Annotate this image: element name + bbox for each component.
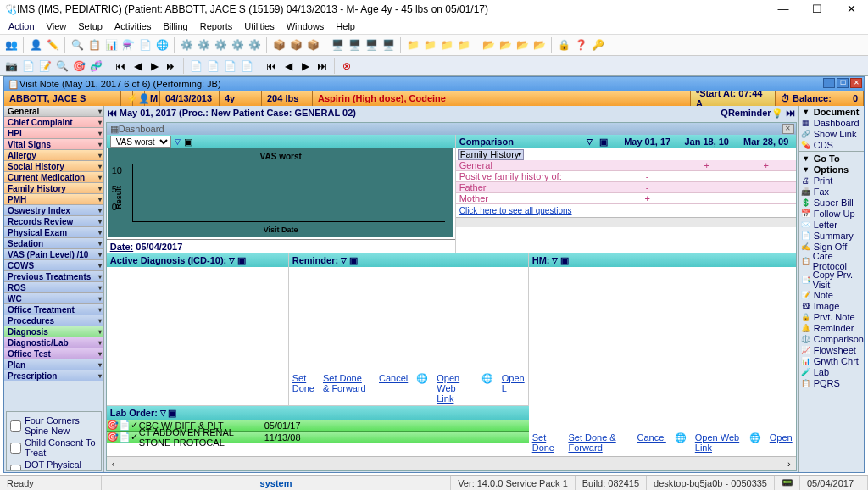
r-print[interactable]: 🖨Print bbox=[799, 175, 864, 186]
h-scrollbar[interactable]: ‹ › bbox=[107, 456, 796, 470]
view-icon[interactable]: ▣ bbox=[168, 408, 176, 419]
dropdown-icon[interactable]: ▽ bbox=[175, 137, 181, 146]
tb2-icon[interactable]: 📷 bbox=[3, 58, 19, 74]
minimize-button[interactable]: — bbox=[766, 0, 800, 19]
nav-item[interactable]: WC▾ bbox=[4, 293, 103, 304]
nav-item[interactable]: HPI▾ bbox=[4, 128, 103, 139]
nav-item[interactable]: ROS▾ bbox=[4, 282, 103, 293]
tb2-icon[interactable]: 📝 bbox=[37, 58, 53, 74]
tb-icon[interactable]: 📋 bbox=[86, 37, 102, 53]
tb-icon[interactable]: 📦 bbox=[288, 37, 303, 53]
comparison-category-dropdown[interactable]: Family History bbox=[458, 149, 524, 160]
menu-action[interactable]: Action bbox=[8, 21, 35, 31]
tb2-icon[interactable]: 📄 bbox=[20, 58, 36, 74]
r-reminder[interactable]: 🔔Reminder bbox=[799, 322, 864, 333]
dropdown-icon[interactable]: ▽ bbox=[341, 256, 347, 264]
open-link[interactable]: Open bbox=[770, 432, 793, 453]
tb2-icon[interactable]: 📄 bbox=[188, 58, 203, 74]
tb-icon[interactable]: 🔍 bbox=[70, 37, 85, 53]
tb-icon[interactable]: 🔑 bbox=[590, 37, 605, 53]
tb-icon[interactable]: 📁 bbox=[456, 37, 471, 53]
r-goto[interactable]: ▼Go To bbox=[799, 153, 864, 164]
tb-icon[interactable]: ❓ bbox=[573, 37, 588, 53]
r-comparison[interactable]: ⚖️Comparison bbox=[799, 333, 864, 344]
nav-item[interactable]: Oswestry Index▾ bbox=[4, 205, 103, 216]
tb-icon[interactable]: ✏️ bbox=[45, 37, 60, 53]
open-web-link[interactable]: Open Web Link bbox=[695, 432, 741, 453]
menu-help[interactable]: Help bbox=[336, 21, 355, 31]
r-note[interactable]: 📝Note bbox=[799, 289, 864, 300]
tb-icon[interactable]: 📦 bbox=[305, 37, 320, 53]
nav-item[interactable]: Office Treatment▾ bbox=[4, 304, 103, 315]
view-icon[interactable]: ▣ bbox=[596, 136, 611, 148]
tb-icon[interactable]: 📦 bbox=[271, 37, 287, 53]
r-growth[interactable]: 📊Grwth Chrt bbox=[799, 355, 864, 366]
view-icon[interactable]: ▣ bbox=[560, 255, 569, 266]
nav-item[interactable]: Chief Complaint▾ bbox=[4, 117, 103, 128]
tb-icon[interactable]: 🖥️ bbox=[330, 37, 345, 53]
tb-icon[interactable]: 🖥️ bbox=[347, 37, 362, 53]
see-all-link[interactable]: Click here to see all questions bbox=[456, 204, 796, 217]
tb-icon[interactable]: 🔒 bbox=[556, 37, 571, 53]
nav-prev-icon[interactable]: ◀ bbox=[281, 58, 296, 74]
nav-item[interactable]: Physical Exam▾ bbox=[4, 227, 103, 238]
dropdown-icon[interactable]: ▽ bbox=[552, 256, 558, 264]
menu-billing[interactable]: Billing bbox=[163, 21, 187, 31]
tb-icon[interactable]: 📊 bbox=[103, 37, 119, 53]
tb-icon[interactable]: ⚗️ bbox=[120, 37, 136, 53]
nav-item[interactable]: Sedation▾ bbox=[4, 238, 103, 249]
tb-icon[interactable]: 📁 bbox=[422, 37, 437, 53]
tb-icon[interactable]: ⚙️ bbox=[247, 37, 262, 53]
nav-icon[interactable]: ⏭ bbox=[786, 108, 795, 118]
nav-item[interactable]: Diagnosis▾ bbox=[4, 326, 103, 337]
close-button[interactable]: ✕ bbox=[834, 0, 868, 19]
r-lab[interactable]: 🧪Lab bbox=[799, 366, 864, 377]
nav-item[interactable]: General▾ bbox=[4, 106, 103, 117]
r-document[interactable]: ▼Document bbox=[799, 106, 864, 117]
tb2-icon[interactable]: 📄 bbox=[205, 58, 220, 74]
form-checkbox[interactable]: Child Consent To Treat bbox=[10, 437, 97, 458]
nav-item[interactable]: PMH▾ bbox=[4, 194, 103, 205]
tb-icon[interactable]: 👥 bbox=[3, 37, 19, 53]
nav-first-icon[interactable]: ⏮ bbox=[113, 58, 128, 74]
tb2-icon[interactable]: 🎯 bbox=[71, 58, 86, 74]
nav-icon[interactable]: ⏮ bbox=[108, 108, 117, 118]
r-image[interactable]: 🖼Image bbox=[799, 300, 864, 311]
nav-item[interactable]: Vital Signs▾ bbox=[4, 139, 103, 150]
r-cds[interactable]: 💊CDS bbox=[799, 139, 864, 150]
view-icon[interactable]: ▣ bbox=[237, 255, 246, 266]
form-checkbox[interactable]: Four Corners Spine New bbox=[10, 415, 97, 436]
r-pqrs[interactable]: 📋PQRS bbox=[799, 377, 864, 388]
dropdown-icon[interactable]: ▽ bbox=[160, 409, 166, 417]
tb-icon[interactable]: ⚙️ bbox=[213, 37, 228, 53]
nav-last-icon[interactable]: ⏭ bbox=[164, 58, 179, 74]
r-prvt-note[interactable]: 🔒Prvt. Note bbox=[799, 311, 864, 322]
h-scrollbar[interactable] bbox=[456, 217, 796, 227]
btn-icon[interactable]: 👤 bbox=[133, 91, 145, 106]
dropdown-icon[interactable]: ▽ bbox=[583, 137, 596, 146]
tb-icon[interactable]: 👤 bbox=[28, 37, 43, 53]
nav-next-icon[interactable]: ▶ bbox=[298, 58, 313, 74]
tb-icon[interactable]: 🖥️ bbox=[364, 37, 379, 53]
tb-icon[interactable]: 🌐 bbox=[154, 37, 170, 53]
r-copy-prv-visit[interactable]: 📑Copy Prv. Visit bbox=[799, 270, 864, 289]
tb-icon[interactable]: ⚙️ bbox=[230, 37, 245, 53]
nav-item[interactable]: Current Medication▾ bbox=[4, 172, 103, 183]
nav-item[interactable]: Family History▾ bbox=[4, 183, 103, 194]
scroll-right-icon[interactable]: › bbox=[782, 457, 796, 471]
r-fax[interactable]: 📠Fax bbox=[799, 186, 864, 197]
r-flowsheet[interactable]: 📈Flowsheet bbox=[799, 344, 864, 355]
scroll-left-icon[interactable]: ‹ bbox=[107, 457, 120, 471]
inner-min-button[interactable]: _ bbox=[823, 78, 835, 88]
close-panel-icon[interactable]: ⊗ bbox=[339, 58, 354, 74]
nav-item[interactable]: Procedures▾ bbox=[4, 315, 103, 326]
clock-icon[interactable]: ⏱ bbox=[776, 91, 787, 106]
tb-icon[interactable]: 📄 bbox=[137, 37, 153, 53]
tb2-icon[interactable]: 📄 bbox=[222, 58, 237, 74]
open-web-link[interactable]: Open Web Link bbox=[437, 373, 473, 404]
tb2-icon[interactable]: 📄 bbox=[239, 58, 254, 74]
menu-setup[interactable]: Setup bbox=[78, 21, 103, 31]
qreminder-link[interactable]: QReminder bbox=[721, 108, 771, 118]
tb2-icon[interactable]: 🧬 bbox=[88, 58, 103, 74]
set-done-link[interactable]: Set Done bbox=[532, 432, 560, 453]
